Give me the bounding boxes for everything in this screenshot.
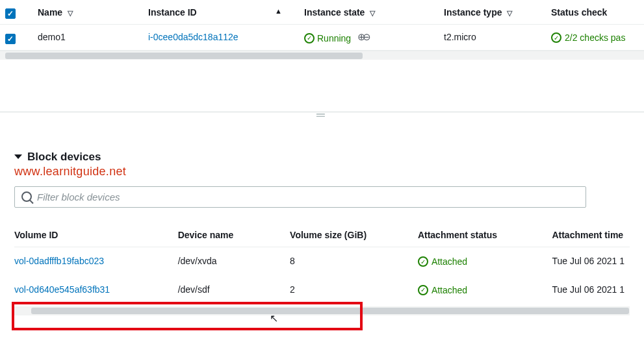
search-icon <box>21 191 32 202</box>
col-header-state[interactable]: Instance state ▽ <box>299 0 439 25</box>
sort-icon: ▽ <box>507 9 512 17</box>
col-header-attachment-time[interactable]: Attachment time <box>552 223 630 247</box>
cell-name: demo1 <box>32 25 143 51</box>
scrollbar-thumb[interactable] <box>31 308 629 314</box>
col-header-status-check[interactable]: Status check <box>546 0 644 25</box>
horizontal-scrollbar[interactable] <box>0 51 644 60</box>
cell-instance-id: i-0cee0da5dc18a112e <box>143 25 299 51</box>
col-header-label: Instance type <box>444 7 502 18</box>
block-devices-table: Volume ID Device name Volume size (GiB) … <box>14 223 630 304</box>
drag-handle-icon: ═ <box>316 111 328 119</box>
cell-status-check: ✓ 2/2 checks pas <box>546 25 644 51</box>
instances-header-row: Name ▽ Instance ID ▲ Instance state ▽ In… <box>0 0 644 25</box>
cell-volume-size: 2 <box>290 275 418 304</box>
bd-row[interactable]: vol-0dadfffb19fabc023 /dev/xvda 8 ✓ Atta… <box>14 247 630 275</box>
select-all-checkbox[interactable] <box>5 8 16 19</box>
block-devices-panel: Block devices www.learnitguide.net Volum… <box>0 139 644 315</box>
cell-type: t2.micro <box>439 25 546 51</box>
instance-id-link[interactable]: i-0cee0da5dc18a112e <box>148 32 238 42</box>
check-circle-icon: ✓ <box>418 256 428 267</box>
cell-state: ✓ Running ⊕⊖ <box>299 25 439 51</box>
panel-resize-handle[interactable]: ═ <box>0 112 644 121</box>
sort-icon: ▽ <box>68 9 73 17</box>
col-header-volume-size[interactable]: Volume size (GiB) <box>290 223 418 247</box>
check-circle-icon: ✓ <box>304 33 315 43</box>
scrollbar-thumb[interactable] <box>5 53 363 59</box>
watermark-text: www.learnitguide.net <box>14 165 630 178</box>
horizontal-scrollbar[interactable] <box>14 306 630 315</box>
sort-icon: ▽ <box>370 9 375 17</box>
status-check-text: 2/2 checks pas <box>565 32 625 43</box>
sort-asc-icon: ▲ <box>275 7 282 15</box>
cell-volume-size: 8 <box>290 247 418 275</box>
col-header-device-name[interactable]: Device name <box>178 223 290 247</box>
instances-table: Name ▽ Instance ID ▲ Instance state ▽ In… <box>0 0 644 51</box>
cell-attachment-status: ✓ Attached <box>418 247 552 275</box>
filter-container[interactable] <box>14 186 586 208</box>
status-attached: ✓ Attached <box>418 256 467 267</box>
zoom-icons[interactable]: ⊕⊖ <box>357 31 368 42</box>
state-text: Running <box>317 33 351 43</box>
col-header-type[interactable]: Instance type ▽ <box>439 0 546 25</box>
bd-header-row: Volume ID Device name Volume size (GiB) … <box>14 223 630 247</box>
cell-attachment-time: Tue Jul 06 2021 1 <box>552 247 630 275</box>
volume-id-link[interactable]: vol-0dadfffb19fabc023 <box>14 256 104 266</box>
section-title: Block devices <box>27 151 101 164</box>
col-header-name[interactable]: Name ▽ <box>32 0 143 25</box>
col-header-volume-id[interactable]: Volume ID <box>14 223 178 247</box>
check-circle-icon: ✓ <box>418 285 428 295</box>
cell-device-name: /dev/xvda <box>178 247 290 275</box>
status-attached: ✓ Attached <box>418 285 467 295</box>
cell-attachment-status: ✓ Attached <box>418 275 552 304</box>
col-header-label: Instance ID <box>148 7 197 18</box>
row-checkbox[interactable] <box>5 34 16 44</box>
cell-attachment-time: Tue Jul 06 2021 1 <box>552 275 630 304</box>
volume-id-link[interactable]: vol-0d640e545af63fb31 <box>14 284 110 295</box>
filter-input[interactable] <box>37 191 579 203</box>
status-text: Attached <box>431 285 467 295</box>
caret-down-icon <box>14 154 22 159</box>
col-header-instance-id[interactable]: Instance ID ▲ <box>143 0 299 25</box>
col-header-label: Name <box>38 7 62 18</box>
col-header-attachment-status[interactable]: Attachment status <box>418 223 552 247</box>
block-devices-toggle[interactable]: Block devices <box>14 151 630 164</box>
col-header-label: Instance state <box>304 7 365 18</box>
check-circle-icon: ✓ <box>551 32 561 43</box>
cell-device-name: /dev/sdf <box>178 275 290 304</box>
state-badge: ✓ Running <box>304 33 351 43</box>
col-header-label: Status check <box>551 7 607 18</box>
status-check-value: ✓ 2/2 checks pas <box>551 32 625 43</box>
bd-row[interactable]: vol-0d640e545af63fb31 /dev/sdf 2 ✓ Attac… <box>14 275 630 304</box>
status-text: Attached <box>431 256 467 267</box>
instance-row[interactable]: demo1 i-0cee0da5dc18a112e ✓ Running ⊕⊖ t… <box>0 25 644 51</box>
